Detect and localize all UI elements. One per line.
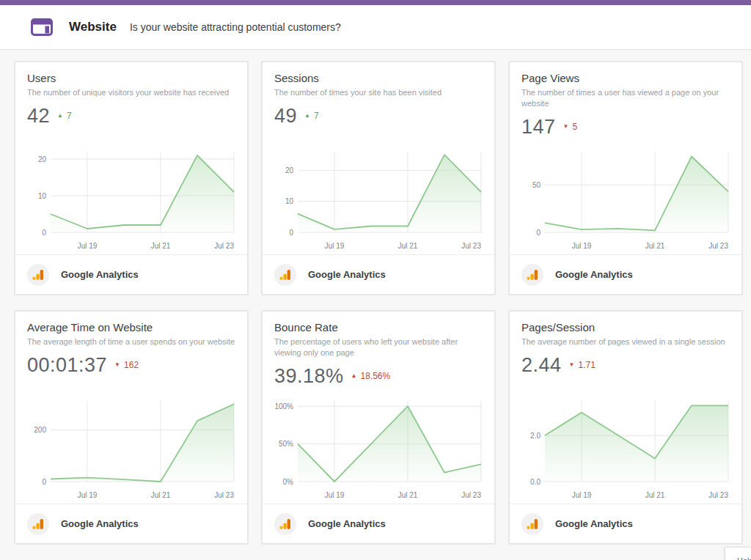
trend-arrow-icon: ▲ [351,373,357,379]
data-source-row: Google Analytics [510,254,741,294]
data-source-row: Google Analytics [263,504,494,543]
metric-card[interactable]: Pages/Session The average number of page… [508,310,743,545]
metric-title: Average Time on Website [27,321,235,334]
svg-text:0: 0 [289,229,293,237]
svg-text:Jul 19: Jul 19 [572,491,592,499]
trend-arrow-icon: ▼ [569,362,575,368]
metric-card-body: Sessions The number of times your site h… [263,62,494,254]
metric-delta-value: 7 [314,111,319,121]
metric-delta: ▼ 1.71 [569,360,596,370]
metric-value-row: 49 ▲ 7 [274,105,483,128]
source-label: Google Analytics [555,518,633,529]
metric-delta: ▲ 18.56% [351,371,391,381]
metric-value: 42 [27,105,50,128]
trend-arrow-icon: ▼ [563,124,569,130]
google-analytics-icon [527,518,538,530]
svg-text:10: 10 [285,197,294,205]
svg-text:0%: 0% [283,478,294,486]
svg-text:50: 50 [532,181,541,189]
source-label: Google Analytics [61,518,139,529]
metric-title: Users [27,72,235,84]
svg-text:Jul 21: Jul 21 [645,491,665,499]
metric-delta-value: 1.71 [578,360,595,370]
metric-card[interactable]: Bounce Rate The percentage of users who … [261,310,496,545]
metric-card-body: Pages/Session The average number of page… [510,312,741,504]
svg-text:0: 0 [42,478,46,486]
metric-card[interactable]: Page Views The number of times a user ha… [508,61,743,295]
help-button[interactable]: Help [725,547,751,560]
metric-card-body: Average Time on Website The average leng… [15,312,247,504]
metric-title: Page Views [521,72,730,84]
metric-value-row: 39.18% ▲ 18.56% [274,365,483,388]
svg-text:10: 10 [38,192,47,200]
help-label: Help [737,556,751,560]
svg-text:Jul 21: Jul 21 [398,242,418,250]
metric-value: 49 [274,105,297,128]
metric-value-row: 147 ▼ 5 [521,116,730,139]
data-source-row: Google Analytics [263,254,494,294]
data-source-row: Google Analytics [15,254,247,294]
google-analytics-icon [32,518,44,530]
google-analytics-icon [279,518,291,530]
svg-text:Jul 21: Jul 21 [151,242,171,250]
metric-card[interactable]: Users The number of unique visitors your… [14,61,249,295]
metric-description: The number of times your site has been v… [274,87,483,98]
data-source-row: Google Analytics [510,504,741,543]
data-source-row: Google Analytics [15,504,247,543]
svg-text:100%: 100% [274,402,293,410]
metric-description: The number of unique visitors your websi… [27,87,235,98]
source-label: Google Analytics [555,269,633,280]
metric-delta: ▲ 7 [57,111,72,121]
metric-delta: ▲ 7 [304,111,319,121]
metric-description: The percentage of users who left your we… [274,336,483,358]
metric-description: The average length of time a user spends… [27,336,235,347]
svg-text:0: 0 [536,229,541,237]
metric-delta-value: 162 [124,360,139,370]
svg-text:Jul 23: Jul 23 [461,491,481,499]
metric-value: 2.44 [521,354,562,377]
metric-description: The number of times a user has viewed a … [521,87,730,109]
trend-chart: 050Jul 19Jul 21Jul 23 [521,146,730,254]
google-analytics-icon [527,269,538,281]
svg-text:Jul 19: Jul 19 [78,491,98,499]
metric-card[interactable]: Average Time on Website The average leng… [14,310,249,545]
metric-title: Bounce Rate [274,321,483,334]
svg-text:Jul 21: Jul 21 [398,491,418,499]
metrics-grid: Users The number of unique visitors your… [0,50,751,545]
metric-delta-value: 5 [572,122,577,132]
metric-card-body: Users The number of unique visitors your… [15,62,247,254]
source-badge [27,264,49,286]
trend-arrow-icon: ▼ [114,362,120,368]
source-label: Google Analytics [308,518,386,529]
svg-text:Jul 19: Jul 19 [325,242,345,250]
svg-text:50%: 50% [279,440,293,448]
trend-chart: 0%50%100%Jul 19Jul 21Jul 23 [274,395,483,504]
page-title: Website [69,20,117,34]
metric-card[interactable]: Sessions The number of times your site h… [261,61,496,295]
trend-chart: 01020Jul 19Jul 21Jul 23 [274,146,483,254]
metric-value: 00:01:37 [27,354,107,377]
metric-delta-value: 18.56% [361,371,391,381]
svg-text:Jul 21: Jul 21 [151,491,171,499]
svg-text:20: 20 [285,166,294,174]
google-analytics-icon [279,269,291,281]
metric-value-row: 42 ▲ 7 [27,105,235,128]
metric-value: 147 [521,116,556,139]
svg-text:Jul 19: Jul 19 [78,242,98,250]
metric-value-row: 00:01:37 ▼ 162 [27,354,235,377]
source-badge [521,513,543,535]
accent-topbar [0,0,751,5]
source-label: Google Analytics [61,269,139,280]
trend-chart: 0.02.0Jul 19Jul 21Jul 23 [521,395,730,504]
svg-text:Jul 21: Jul 21 [645,242,665,250]
trend-chart: 01020Jul 19Jul 21Jul 23 [27,146,235,254]
svg-text:Jul 23: Jul 23 [214,242,234,250]
svg-text:2.0: 2.0 [530,432,541,440]
metric-card-body: Page Views The number of times a user ha… [510,62,741,254]
svg-text:200: 200 [34,426,46,434]
svg-text:0.0: 0.0 [530,478,541,486]
svg-text:Jul 23: Jul 23 [708,242,728,250]
metric-delta: ▼ 162 [114,360,139,370]
svg-text:Jul 19: Jul 19 [572,242,592,250]
metric-value-row: 2.44 ▼ 1.71 [521,354,730,377]
